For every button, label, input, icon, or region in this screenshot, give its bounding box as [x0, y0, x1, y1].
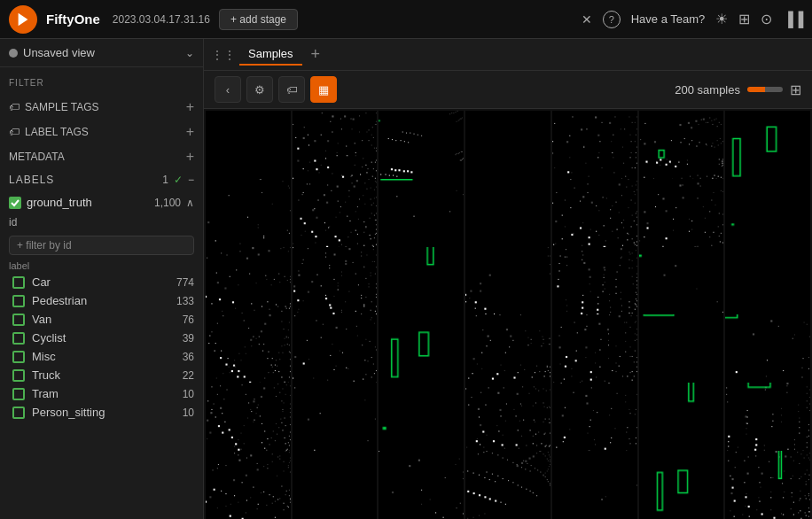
label-item-count: 133	[176, 295, 194, 307]
label-item-left: Pedestrian	[12, 294, 87, 307]
sample-count: 200 samples	[675, 83, 740, 97]
chart-button[interactable]: ▦	[310, 76, 337, 103]
add-stage-button[interactable]: + add stage	[219, 9, 298, 30]
label-item[interactable]: Truck 22	[0, 366, 203, 384]
sun-icon[interactable]: ☀	[715, 11, 728, 27]
sample-size-slider[interactable]	[747, 87, 783, 92]
label-tags-add-icon[interactable]: +	[186, 124, 194, 140]
label-item-checkbox[interactable]	[12, 295, 25, 307]
filter-by-id-button[interactable]: + filter by id	[9, 236, 194, 255]
labels-check-icon: ✓	[174, 174, 183, 186]
label-item-count: 10	[183, 388, 194, 400]
settings-icon: ⚙	[254, 83, 265, 97]
label-item-left: Van	[12, 313, 51, 326]
metadata-title: METADATA	[9, 151, 65, 163]
grid-toggle-button[interactable]: ⊞	[790, 81, 801, 98]
github-icon[interactable]: ⊙	[761, 11, 772, 27]
topbar: FiftyOne 2023.03.04.17.31.16 + add stage…	[0, 0, 812, 39]
grid-icon[interactable]: ⊞	[738, 11, 750, 27]
toolbar-right: 200 samples ⊞	[675, 81, 801, 98]
view-selector[interactable]: Unsaved view ⌄	[0, 39, 203, 67]
grid-cell[interactable]	[379, 451, 464, 519]
label-item-left: Car	[12, 275, 51, 289]
label-item-count: 22	[183, 369, 194, 382]
view-name: Unsaved view	[23, 46, 185, 59]
label-item-name: Van	[32, 313, 51, 326]
label-item-left: Person_sitting	[12, 406, 105, 419]
label-item-checkbox[interactable]	[12, 314, 25, 326]
label-item-count: 39	[183, 332, 194, 345]
label-tags-title: 🏷 LABEL TAGS	[9, 126, 89, 138]
label-item-checkbox[interactable]	[12, 351, 25, 363]
sample-tags-add-icon[interactable]: +	[186, 99, 194, 115]
app-name: FiftyOne	[46, 12, 100, 27]
label-item-count: 774	[176, 276, 194, 289]
label-item-checkbox[interactable]	[12, 369, 25, 382]
label-item[interactable]: Cyclist 39	[0, 329, 203, 347]
back-icon: ‹	[226, 83, 230, 97]
sidebar: Unsaved view ⌄ FILTER 🏷 SAMPLE TAGS + 🏷 …	[0, 39, 204, 519]
tag-button[interactable]: 🏷	[278, 76, 305, 103]
back-button[interactable]: ‹	[215, 76, 241, 103]
label-item[interactable]: Car 774	[0, 273, 203, 291]
label-tag-icon: 🏷	[9, 126, 20, 138]
label-item-checkbox[interactable]	[12, 407, 25, 419]
label-item-checkbox[interactable]	[12, 332, 25, 345]
label-item-count: 10	[183, 407, 194, 419]
sample-tags-section[interactable]: 🏷 SAMPLE TAGS +	[0, 95, 203, 120]
labels-count: 1	[162, 174, 168, 186]
label-item[interactable]: Misc 36	[0, 347, 203, 366]
grid-cell[interactable]	[206, 451, 291, 519]
label-item[interactable]: Person_sitting 10	[0, 403, 203, 422]
settings-button[interactable]: ⚙	[246, 76, 273, 103]
labels-header: LABELS 1 ✓ −	[0, 169, 203, 190]
filter-label: FILTER	[9, 73, 194, 89]
metadata-section[interactable]: METADATA +	[0, 144, 203, 169]
tab-samples-label: Samples	[248, 47, 293, 60]
label-item-name: Cyclist	[32, 331, 66, 345]
ground-truth-count: 1,100	[154, 197, 181, 209]
app-logo	[9, 5, 37, 34]
tab-add-button[interactable]: +	[306, 45, 326, 64]
grid-cell[interactable]	[639, 451, 724, 519]
label-item-checkbox[interactable]	[12, 276, 25, 289]
grid-cell[interactable]	[293, 451, 378, 519]
sample-tags-title: 🏷 SAMPLE TAGS	[9, 101, 99, 113]
view-chevron-icon[interactable]: ⌄	[185, 47, 194, 59]
help-button[interactable]: ?	[603, 11, 621, 28]
tabs-dots-icon: ⋮⋮	[211, 48, 236, 62]
label-item-name: Truck	[32, 368, 60, 382]
close-icon[interactable]: ✕	[582, 12, 592, 27]
ground-truth-left: ground_truth	[9, 196, 92, 209]
label-item-left: Misc	[12, 350, 56, 363]
image-grid	[204, 109, 812, 519]
team-link[interactable]: Have a Team?	[631, 12, 706, 26]
labels-controls: 1 ✓ −	[162, 174, 194, 186]
label-item[interactable]: Tram 10	[0, 384, 203, 403]
ground-truth-header[interactable]: ground_truth 1,100 ∧	[0, 192, 203, 213]
id-row: id	[0, 213, 203, 232]
grid-cell[interactable]	[552, 451, 637, 519]
view-status-dot	[9, 49, 18, 58]
grid-cell[interactable]	[725, 451, 810, 519]
session-id: 2023.03.04.17.31.16	[113, 13, 210, 26]
labels-minus-icon[interactable]: −	[188, 174, 194, 186]
ground-truth-group: ground_truth 1,100 ∧ id + filter by id l…	[0, 190, 203, 423]
menu-icon[interactable]: ▐▐	[783, 12, 803, 27]
grid-cell[interactable]	[465, 451, 550, 519]
tab-samples[interactable]: Samples	[239, 43, 302, 66]
ground-truth-chevron-icon[interactable]: ∧	[186, 197, 194, 209]
svg-marker-0	[19, 12, 28, 25]
label-item[interactable]: Pedestrian 133	[0, 291, 203, 310]
metadata-add-icon[interactable]: +	[186, 149, 194, 165]
content-area: ⋮⋮ Samples + ‹ ⚙ 🏷 ▦	[204, 39, 812, 519]
label-tags-section[interactable]: 🏷 LABEL TAGS +	[0, 120, 203, 144]
label-items-list: Car 774 Pedestrian 133 Van 76 Cyclist 39	[0, 273, 203, 422]
chart-icon: ▦	[318, 83, 329, 97]
tag-toolbar-icon: 🏷	[286, 83, 298, 97]
ground-truth-checkbox[interactable]	[9, 197, 21, 209]
label-item-name: Tram	[32, 387, 59, 400]
label-item[interactable]: Van 76	[0, 310, 203, 329]
label-item-checkbox[interactable]	[12, 388, 25, 400]
label-item-left: Cyclist	[12, 331, 66, 345]
